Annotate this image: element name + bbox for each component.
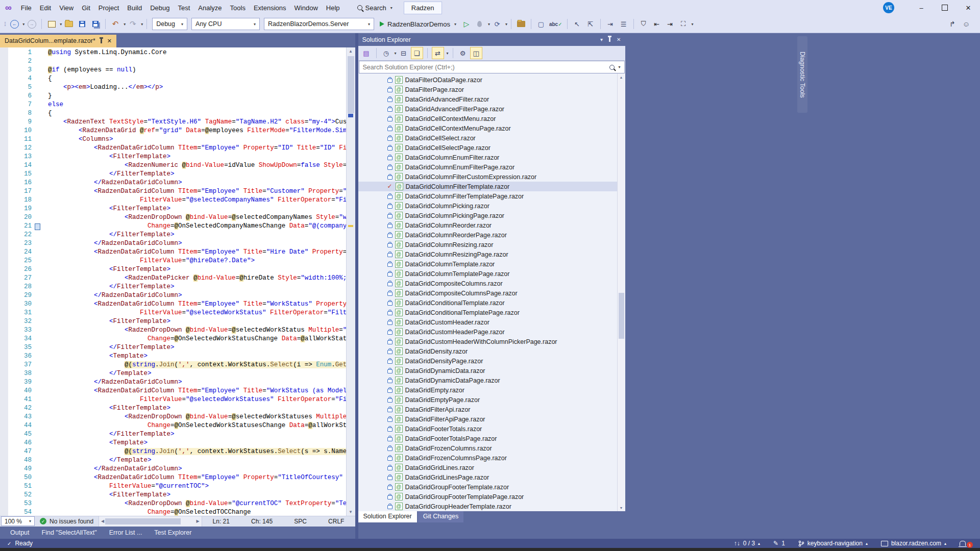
code-line[interactable]: 39 </RadzenDataGridColumn> [0,378,346,387]
file-tree-item[interactable]: DataGridCellSelect.razor [358,133,625,143]
code-lines[interactable]: 1@using System.Linq.Dynamic.Core23@if (e… [0,47,346,516]
code-line[interactable]: 30 <RadzenDataGridColumn TItem="Employee… [0,300,346,309]
code-line[interactable]: 23 </RadzenDataGridColumn> [0,239,346,248]
close-icon[interactable]: ✕ [617,37,621,42]
scroll-right-icon[interactable]: ▶ [194,516,202,527]
next-bookmark-button[interactable]: ⇥ [664,18,676,30]
file-tree-item[interactable]: DataGridColumnFilterCustomExpression.raz… [358,172,625,182]
open-file-button[interactable] [63,18,75,30]
filter-caret[interactable]: ▾ [395,51,397,56]
file-tree-item[interactable]: DataGridFrozenColumnsPage.razor [358,453,625,463]
code-line[interactable]: 42 <FilterTemplate> [0,404,346,413]
pin-icon[interactable] [101,39,102,43]
startup-project-select[interactable]: RadzenBlazorDemos.Server▾ [264,18,374,30]
code-line[interactable]: 34 Change=@OnSelectedWorkStatusChange Da… [0,335,346,343]
code-line[interactable]: 2 [0,57,346,66]
code-line[interactable]: 49 </RadzenDataGridColumn> [0,465,346,473]
file-tree-item[interactable]: ✓DataGridColumnFilterTemplate.razor [358,182,625,191]
window-position-caret[interactable]: ▾ [600,37,603,42]
code-line[interactable]: 45 </FilterTemplate> [0,430,346,439]
notifications-button[interactable]: 1 [960,539,973,548]
code-line[interactable]: 19 <FilterTemplate> [0,205,346,213]
file-tree-item[interactable]: DataGridDynamicData.razor [358,366,625,375]
editor-horizontal-scrollbar[interactable]: ◀ ▶ [99,516,202,527]
close-button[interactable]: ✕ [957,0,980,15]
code-line[interactable]: 11 <Columns> [0,135,346,144]
dom-navigate-button[interactable]: ⇱ [584,18,597,30]
file-tree-item[interactable]: DataFilterPage.razor [358,85,625,94]
tree-vertical-scrollbar[interactable]: ▲ ▼ [617,73,625,511]
incoming-outgoing-commits[interactable]: ↑↓ 0 / 3 ▴ [734,540,760,547]
new-project-button[interactable] [45,18,58,30]
prev-bookmark-button[interactable]: ⇤ [651,18,663,30]
share-icon[interactable]: ↱ [949,20,955,28]
code-line[interactable]: 3@if (employees == null) [0,66,346,74]
file-tree-item[interactable]: DataFilterODataPage.razor [358,75,625,85]
code-line[interactable]: 18 FilterValue="@selectedCompanyNames" F… [0,196,346,205]
code-line[interactable]: 14 <RadzenNumeric @bind-Value=idValue Sh… [0,161,346,170]
file-tree-item[interactable]: DataGridFilterApi.razor [358,405,625,414]
code-line[interactable]: 26 <FilterTemplate> [0,265,346,274]
file-tree-item[interactable]: DataGridFooterTotalsPage.razor [358,434,625,443]
code-line[interactable]: 35 </FilterTemplate> [0,343,346,352]
file-tree-item[interactable]: DataGridGridLines.razor [358,463,625,472]
code-line[interactable]: 8{ [0,109,346,118]
tool-tab-git-changes[interactable]: Git Changes [418,511,463,522]
file-tree-item[interactable]: DataGridColumnReorderPage.razor [358,230,625,240]
document-tab[interactable]: DataGridColum...emplate.razor* ✕ [0,35,116,47]
code-editor[interactable]: 1@using System.Linq.Dynamic.Core23@if (e… [0,47,355,516]
panel-tab-test-explorer[interactable]: Test Explorer [149,528,197,538]
tool-tab-solution-explorer[interactable]: Solution Explorer [358,511,417,522]
file-tree-item[interactable]: DataGridColumnPicking.razor [358,201,625,211]
spell-check-button[interactable]: abc✓ [548,18,564,30]
file-tree-item[interactable]: DataGridCellSelectPage.razor [358,143,625,153]
file-tree-item[interactable]: DataGridColumnPickingPage.razor [358,211,625,220]
file-tree-item[interactable]: DataGridAdvancedFilter.razor [358,94,625,104]
file-tree-item[interactable]: DataGridColumnFilterTemplatePage.razor [358,191,625,201]
menu-item-debug[interactable]: Debug [146,2,174,14]
file-tree-item[interactable]: DataGridCompositeColumns.razor [358,279,625,288]
file-tree-item[interactable]: DataGridConditionalTemplatePage.razor [358,308,625,317]
pending-edits[interactable]: ✎ 1 [773,540,785,547]
menu-item-file[interactable]: File [17,2,36,14]
start-without-debugging-button[interactable]: ▷ [460,18,473,30]
platform-select[interactable]: Any CPU▾ [191,18,260,30]
panel-tab-find-selectalltext-[interactable]: Find "SelectAllText" [37,528,102,538]
zoom-select[interactable]: 100 % ▾ [1,516,35,526]
file-tree-item[interactable]: DataGridGridLinesPage.razor [358,472,625,482]
select-element-button[interactable]: ↖ [571,18,583,30]
code-line[interactable]: 52 <FilterTemplate> [0,491,346,499]
file-tree-item[interactable]: DataGridColumnEnumFilterPage.razor [358,162,625,172]
code-line[interactable]: 43 <RadzenDropDown @bind-Value=@selected… [0,413,346,421]
code-line[interactable]: 32 <FilterTemplate> [0,317,346,326]
save-all-button[interactable] [89,18,102,30]
file-tree-item[interactable]: DataGridCellContextMenu.razor [358,114,625,123]
menu-item-tools[interactable]: Tools [226,2,250,14]
code-line[interactable]: 16 </RadzenDataGridColumn> [0,179,346,187]
code-line[interactable]: 36 <Template> [0,352,346,361]
start-debugging-button[interactable]: RadzenBlazorDemos ▾ [377,20,459,28]
save-button[interactable] [76,18,88,30]
clear-bookmarks-button[interactable]: ⛶ [677,18,690,30]
sync-caret[interactable]: ▾ [447,51,449,56]
menu-item-radzen[interactable]: Radzen [404,2,442,14]
code-line[interactable]: 53 <RadzenDropDown @bind-Value="@current… [0,499,346,508]
code-line[interactable]: 46 <Template> [0,439,346,447]
code-line[interactable]: 9 <RadzenText TextStyle="TextStyle.H6" T… [0,118,346,127]
code-line[interactable]: 4{ [0,74,346,83]
file-tree-item[interactable]: DataGridCustomHeader.razor [358,317,625,327]
file-tree-item[interactable]: DataGridDensity.razor [358,346,625,356]
toolbar-overflow-caret[interactable]: ▾ [692,22,694,27]
close-icon[interactable]: ✕ [107,38,112,44]
code-line[interactable]: 31 FilterValue="@selectedWorkStatus" Fil… [0,309,346,317]
solution-search-input[interactable]: Search Solution Explorer (Ctrl+;) ▾ [359,61,625,73]
hot-reload-button[interactable] [474,18,486,30]
code-line[interactable]: 41 FilterValue="@selectedWorkStatuses" F… [0,395,346,404]
file-tree-item[interactable]: DataGridDensityPage.razor [358,356,625,366]
code-line[interactable]: 15 </FilterTemplate> [0,170,346,179]
file-tree-item[interactable]: DataGridCompositeColumnsPage.razor [358,288,625,298]
comment-button[interactable]: ☰ [618,18,630,30]
code-line[interactable]: 22 </FilterTemplate> [0,231,346,239]
code-line[interactable]: 13 <FilterTemplate> [0,153,346,161]
sync-with-active-document-button[interactable]: ⇄ [432,47,444,59]
